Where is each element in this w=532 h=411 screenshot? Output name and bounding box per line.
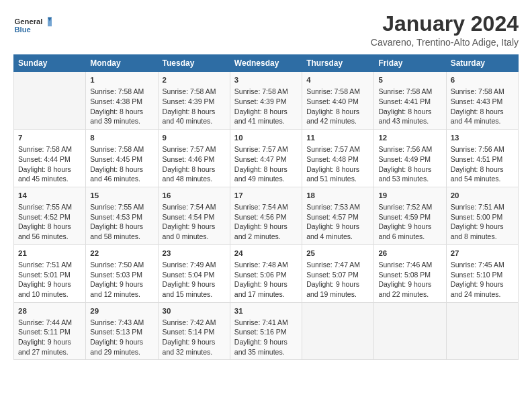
day-number: 16 — [163, 190, 226, 201]
calendar-cell: 5Sunrise: 7:58 AMSunset: 4:41 PMDaylight… — [374, 72, 446, 130]
calendar-cell: 19Sunrise: 7:52 AMSunset: 4:59 PMDayligh… — [374, 187, 446, 244]
calendar-table: SundayMondayTuesdayWednesdayThursdayFrid… — [13, 54, 519, 360]
calendar-cell: 28Sunrise: 7:44 AMSunset: 5:11 PMDayligh… — [14, 302, 86, 360]
day-number: 21 — [18, 248, 81, 259]
day-number: 28 — [18, 306, 81, 316]
day-number: 24 — [234, 248, 298, 259]
calendar-cell: 15Sunrise: 7:55 AMSunset: 4:53 PMDayligh… — [86, 187, 158, 244]
calendar-cell: 21Sunrise: 7:51 AMSunset: 5:01 PMDayligh… — [14, 244, 86, 302]
day-number: 13 — [451, 132, 514, 143]
week-row-4: 28Sunrise: 7:44 AMSunset: 5:11 PMDayligh… — [14, 302, 519, 360]
day-number: 15 — [90, 190, 153, 201]
calendar-cell: 27Sunrise: 7:45 AMSunset: 5:10 PMDayligh… — [446, 244, 518, 302]
day-header-friday: Friday — [374, 55, 446, 72]
title-block: January 2024 Cavareno, Trentino-Alto Adi… — [371, 12, 519, 48]
calendar-cell: 16Sunrise: 7:54 AMSunset: 4:54 PMDayligh… — [158, 187, 230, 244]
day-number: 19 — [378, 190, 441, 201]
calendar-title: January 2024 — [371, 12, 519, 36]
calendar-cell — [374, 302, 446, 360]
calendar-cell: 7Sunrise: 7:58 AMSunset: 4:44 PMDaylight… — [14, 130, 86, 187]
day-number: 3 — [234, 75, 298, 85]
day-number: 29 — [90, 306, 153, 316]
day-number: 26 — [378, 248, 441, 259]
week-row-0: 1Sunrise: 7:58 AMSunset: 4:38 PMDaylight… — [14, 72, 519, 130]
day-number: 9 — [163, 132, 226, 143]
day-number: 4 — [306, 75, 369, 85]
calendar-cell: 30Sunrise: 7:42 AMSunset: 5:14 PMDayligh… — [158, 302, 230, 360]
svg-text:General: General — [15, 17, 43, 26]
week-row-2: 14Sunrise: 7:55 AMSunset: 4:52 PMDayligh… — [14, 187, 519, 244]
calendar-cell: 13Sunrise: 7:56 AMSunset: 4:51 PMDayligh… — [446, 130, 518, 187]
day-number: 5 — [378, 75, 441, 85]
day-number: 8 — [90, 132, 153, 143]
day-number: 27 — [451, 248, 514, 259]
calendar-cell: 31Sunrise: 7:41 AMSunset: 5:16 PMDayligh… — [230, 302, 302, 360]
day-number: 20 — [451, 190, 514, 201]
day-header-tuesday: Tuesday — [158, 55, 230, 72]
calendar-cell: 18Sunrise: 7:53 AMSunset: 4:57 PMDayligh… — [302, 187, 374, 244]
calendar-cell: 25Sunrise: 7:47 AMSunset: 5:07 PMDayligh… — [302, 244, 374, 302]
calendar-cell: 12Sunrise: 7:56 AMSunset: 4:49 PMDayligh… — [374, 130, 446, 187]
day-header-saturday: Saturday — [446, 55, 518, 72]
day-number: 31 — [234, 306, 298, 316]
day-header-monday: Monday — [86, 55, 158, 72]
calendar-cell — [302, 302, 374, 360]
day-header-sunday: Sunday — [14, 55, 86, 72]
logo: General Blue — [13, 12, 54, 38]
day-header-thursday: Thursday — [302, 55, 374, 72]
day-number: 18 — [306, 190, 369, 201]
calendar-cell: 11Sunrise: 7:57 AMSunset: 4:48 PMDayligh… — [302, 130, 374, 187]
calendar-cell: 20Sunrise: 7:51 AMSunset: 5:00 PMDayligh… — [446, 187, 518, 244]
week-row-1: 7Sunrise: 7:58 AMSunset: 4:44 PMDaylight… — [14, 130, 519, 187]
day-number: 22 — [90, 248, 153, 259]
logo-svg: General Blue — [13, 12, 54, 38]
calendar-cell: 3Sunrise: 7:58 AMSunset: 4:39 PMDaylight… — [230, 72, 302, 130]
svg-text:Blue: Blue — [15, 26, 31, 34]
day-number: 30 — [163, 306, 226, 316]
day-number: 12 — [378, 132, 441, 143]
calendar-cell: 1Sunrise: 7:58 AMSunset: 4:38 PMDaylight… — [86, 72, 158, 130]
calendar-cell: 22Sunrise: 7:50 AMSunset: 5:03 PMDayligh… — [86, 244, 158, 302]
calendar-cell: 23Sunrise: 7:49 AMSunset: 5:04 PMDayligh… — [158, 244, 230, 302]
day-number: 23 — [163, 248, 226, 259]
calendar-cell: 4Sunrise: 7:58 AMSunset: 4:40 PMDaylight… — [302, 72, 374, 130]
calendar-cell: 24Sunrise: 7:48 AMSunset: 5:06 PMDayligh… — [230, 244, 302, 302]
day-number: 2 — [163, 75, 226, 85]
calendar-cell: 10Sunrise: 7:57 AMSunset: 4:47 PMDayligh… — [230, 130, 302, 187]
calendar-cell: 9Sunrise: 7:57 AMSunset: 4:46 PMDaylight… — [158, 130, 230, 187]
day-header-wednesday: Wednesday — [230, 55, 302, 72]
day-number: 17 — [234, 190, 298, 201]
calendar-cell: 17Sunrise: 7:54 AMSunset: 4:56 PMDayligh… — [230, 187, 302, 244]
day-number: 6 — [451, 75, 514, 85]
calendar-cell: 29Sunrise: 7:43 AMSunset: 5:13 PMDayligh… — [86, 302, 158, 360]
page-container: General Blue January 2024 Cavareno, Tren… — [0, 0, 532, 367]
day-number: 11 — [306, 132, 369, 143]
day-number: 7 — [18, 132, 81, 143]
calendar-subtitle: Cavareno, Trentino-Alto Adige, Italy — [371, 37, 519, 48]
calendar-cell: 14Sunrise: 7:55 AMSunset: 4:52 PMDayligh… — [14, 187, 86, 244]
calendar-cell — [446, 302, 518, 360]
day-number: 10 — [234, 132, 298, 143]
calendar-cell: 8Sunrise: 7:58 AMSunset: 4:45 PMDaylight… — [86, 130, 158, 187]
calendar-cell: 26Sunrise: 7:46 AMSunset: 5:08 PMDayligh… — [374, 244, 446, 302]
header: General Blue January 2024 Cavareno, Tren… — [13, 12, 519, 48]
calendar-cell — [14, 72, 86, 130]
day-number: 25 — [306, 248, 369, 259]
calendar-cell: 2Sunrise: 7:58 AMSunset: 4:39 PMDaylight… — [158, 72, 230, 130]
calendar-cell: 6Sunrise: 7:58 AMSunset: 4:43 PMDaylight… — [446, 72, 518, 130]
days-header-row: SundayMondayTuesdayWednesdayThursdayFrid… — [14, 55, 519, 72]
week-row-3: 21Sunrise: 7:51 AMSunset: 5:01 PMDayligh… — [14, 244, 519, 302]
day-number: 1 — [90, 75, 153, 85]
day-number: 14 — [18, 190, 81, 201]
